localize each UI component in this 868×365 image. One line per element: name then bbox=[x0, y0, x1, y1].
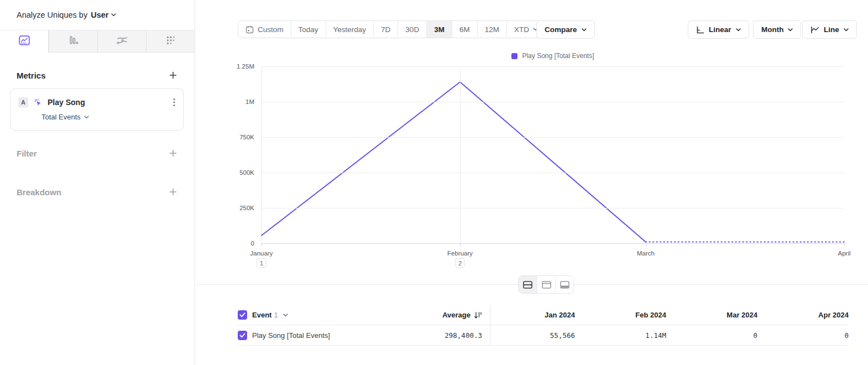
uniques-by-selector[interactable]: User bbox=[91, 11, 116, 19]
legend-label: Play Song [Total Events] bbox=[522, 52, 594, 60]
month-column-header[interactable]: Mar 2024 bbox=[666, 311, 757, 319]
y-axis-label: 1M bbox=[245, 98, 254, 105]
table-row[interactable]: Play Song [Total Events] 298,400.3 55,56… bbox=[238, 325, 849, 346]
date-range-label: XTD bbox=[514, 25, 529, 34]
legend-swatch bbox=[511, 53, 517, 59]
date-range-7d[interactable]: 7D bbox=[373, 21, 398, 38]
select-all-checkbox[interactable] bbox=[238, 310, 247, 320]
x-tick-mark bbox=[646, 243, 646, 246]
layout-split-icon[interactable] bbox=[519, 276, 537, 293]
plot-area[interactable] bbox=[262, 66, 844, 243]
line-chart-icon bbox=[811, 26, 819, 34]
date-range-12m[interactable]: 12M bbox=[477, 21, 506, 38]
row-month-value: 55,566 bbox=[490, 331, 575, 340]
layout-table-only-icon[interactable] bbox=[555, 276, 573, 293]
gridline bbox=[262, 66, 844, 67]
layout-chart-only-icon[interactable] bbox=[537, 276, 555, 293]
metric-letter-badge: A bbox=[18, 97, 28, 107]
y-axis-label: 500K bbox=[239, 169, 254, 176]
month-column-header[interactable]: Jan 2024 bbox=[490, 311, 575, 319]
tab-bar-chart[interactable] bbox=[49, 30, 97, 53]
x-axis-day-badge[interactable]: 2 bbox=[455, 258, 465, 268]
gridline bbox=[262, 102, 844, 102]
date-range-label: 30D bbox=[405, 25, 419, 34]
date-range-3m[interactable]: 3M bbox=[426, 21, 452, 38]
date-range-6m[interactable]: 6M bbox=[452, 21, 477, 38]
metrics-title: Metrics bbox=[17, 71, 46, 80]
event-column-header[interactable]: Event1 bbox=[252, 311, 278, 319]
x-axis: January 1 February 2 March April bbox=[262, 250, 844, 272]
chart-type-label: Line bbox=[824, 25, 839, 34]
compare-button[interactable]: Compare bbox=[536, 20, 595, 39]
chart-legend: Play Song [Total Events] bbox=[262, 52, 844, 60]
sort-icon[interactable] bbox=[474, 311, 482, 319]
row-checkbox[interactable] bbox=[238, 331, 247, 340]
metric-card[interactable]: A Play Song Total Events bbox=[10, 88, 184, 131]
gridline bbox=[262, 173, 844, 173]
analyze-header-label: Analyze Uniques by bbox=[17, 11, 87, 19]
x-axis-label: January bbox=[250, 250, 273, 257]
row-month-value: 0 bbox=[757, 331, 849, 340]
x-axis-tick: April bbox=[838, 250, 850, 257]
metric-measure-value: Total Events bbox=[41, 113, 81, 121]
tab-line-chart[interactable] bbox=[0, 30, 49, 53]
chevron-down-icon bbox=[736, 28, 741, 32]
grid-dots-tab-icon bbox=[166, 35, 176, 48]
breakdown-section-header: Breakdown bbox=[17, 186, 179, 197]
x-axis-tick: January 1 bbox=[250, 250, 273, 268]
gridline bbox=[262, 243, 844, 244]
uniques-by-value: User bbox=[91, 11, 108, 19]
average-column-header[interactable]: Average bbox=[442, 311, 470, 319]
row-month-value: 0 bbox=[666, 331, 757, 340]
x-axis-tick: March bbox=[637, 250, 655, 257]
metric-event-name: Play Song bbox=[48, 98, 167, 107]
chevron-down-icon bbox=[844, 28, 849, 32]
line-series-svg bbox=[262, 66, 844, 243]
date-range-30d[interactable]: 30D bbox=[398, 21, 426, 38]
date-range-label: Yesterday bbox=[333, 25, 367, 34]
date-range-today[interactable]: Today bbox=[291, 21, 326, 38]
row-series-name: Play Song [Total Events] bbox=[252, 331, 330, 340]
date-range-label: 6M bbox=[459, 25, 470, 34]
chevron-down-icon bbox=[582, 28, 587, 32]
month-column-header[interactable]: Feb 2024 bbox=[575, 311, 666, 319]
metric-measure-selector[interactable]: Total Events bbox=[11, 108, 183, 121]
chart-type-selector-button[interactable]: Line bbox=[802, 20, 857, 39]
y-axis: 1.25M1M750K500K250K0 bbox=[197, 66, 254, 243]
bar-chart-tab-icon bbox=[68, 35, 79, 48]
date-range-yesterday[interactable]: Yesterday bbox=[326, 21, 374, 38]
line-chart-tab-icon bbox=[19, 35, 30, 48]
chevron-down-icon bbox=[788, 28, 793, 32]
chevron-down-icon[interactable] bbox=[283, 314, 288, 317]
interval-selector-button[interactable]: Month bbox=[753, 20, 801, 39]
analyze-header: Analyze Uniques by User bbox=[0, 0, 195, 30]
x-tick-mark bbox=[262, 243, 262, 246]
metric-options-kebab-icon[interactable] bbox=[172, 97, 176, 108]
gridline-vertical bbox=[460, 66, 461, 243]
add-filter-button[interactable] bbox=[168, 148, 179, 159]
add-breakdown-button[interactable] bbox=[168, 186, 179, 197]
filter-title: Filter bbox=[17, 149, 37, 158]
date-range-label: 12M bbox=[485, 25, 499, 34]
table-layout-toggle bbox=[518, 275, 574, 294]
date-range-label: 3M bbox=[434, 25, 445, 34]
date-range-control: Custom Today Yesterday 7D 30D 3M 6M 12M … bbox=[238, 20, 546, 38]
x-axis-label: March bbox=[637, 250, 655, 257]
date-range-custom[interactable]: Custom bbox=[238, 21, 291, 38]
chevron-down-icon bbox=[111, 13, 116, 17]
tab-flow[interactable] bbox=[97, 30, 146, 53]
filter-section-header: Filter bbox=[17, 148, 179, 159]
x-axis-day-badge[interactable]: 1 bbox=[257, 258, 266, 268]
scale-selector-button[interactable]: Linear bbox=[688, 20, 749, 39]
tab-grid-dots[interactable] bbox=[146, 30, 195, 53]
y-axis-label: 750K bbox=[239, 134, 254, 140]
x-tick-mark bbox=[460, 243, 461, 246]
date-range-label: 7D bbox=[381, 25, 390, 34]
month-column-header[interactable]: Apr 2024 bbox=[757, 311, 849, 319]
calendar-icon bbox=[245, 25, 254, 34]
y-axis-label: 250K bbox=[239, 205, 254, 211]
date-range-label: Custom bbox=[258, 25, 284, 34]
add-metric-button[interactable] bbox=[168, 70, 179, 81]
breakdown-title: Breakdown bbox=[17, 187, 61, 197]
table-header-row: Event1 Average Jan 2024 Feb 2024 Mar 202… bbox=[238, 305, 849, 325]
